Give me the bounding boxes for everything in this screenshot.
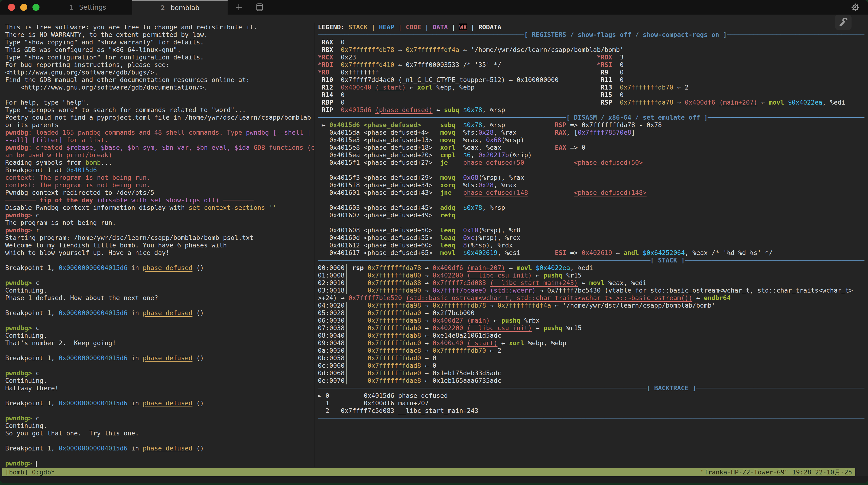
- new-tab-button[interactable]: [234, 2, 244, 13]
- gdb-output-line: pwndbg> c: [5, 212, 314, 219]
- gdb-output-line: Breakpoint 1, 0x00000000004015d6 in phas…: [5, 445, 314, 452]
- gdb-output-line: Continuing.: [5, 332, 314, 339]
- tab-label: bomblab: [171, 4, 199, 12]
- gdb-output-line: Type "apropos word" to search for comman…: [5, 106, 314, 114]
- gdb-output-line: Breakpoint 1, 0x00000000004015d6 in phas…: [5, 399, 314, 407]
- context-line: 0x401601 <phase_defused+43> jne phase_de…: [318, 189, 867, 196]
- gdb-output-line: Halfway there!: [5, 384, 314, 392]
- context-line: 0e:0070│ 0x7fffffffdae8 ← 0x1eb165aaa673…: [318, 377, 867, 384]
- tab-bomblab[interactable]: 2 bomblab: [132, 0, 227, 14]
- context-line: [318, 219, 867, 227]
- context-line: 0x4015f8 <phase_defused+34> xorq %fs:0x2…: [318, 182, 867, 189]
- context-line: R10 0x7ffff7dd4ac0 (_nl_C_LC_CTYPE_toupp…: [318, 76, 867, 84]
- context-line: 2 0x7ffff7c5d083 __libc_start_main+243: [318, 407, 867, 415]
- context-line: ────────────────────────────────────────…: [318, 257, 867, 264]
- context-line: 0d:0068│ 0x7fffffffdae0 ← 0x1eb175deb33d…: [318, 369, 867, 377]
- gdb-output-line: pwndbg> c: [5, 279, 314, 287]
- gdb-output-line: pwndbg> c: [5, 415, 314, 422]
- context-line: 0x401617 <phase_defused+65> movl $0x4026…: [318, 249, 867, 257]
- window-bottom-edge: [0, 476, 868, 483]
- gdb-output-line: [5, 437, 314, 445]
- gdb-output-line: That's number 2. Keep going!: [5, 339, 314, 347]
- gdb-output-line: pwndbg: created $rebase, $base, $bn_sym,…: [5, 144, 314, 151]
- gdb-output-pane[interactable]: This is free software: you are free to c…: [5, 24, 314, 467]
- pane-divider: [314, 23, 314, 467]
- context-line: 05:0028│ 0x7fffffffdaa0 ← 0x2f7bcb000: [318, 309, 867, 317]
- gdb-output-line: Find the GDB manual and other documentat…: [5, 76, 314, 84]
- context-line: RIP 0x4015d6 (phase_defused) ← subq $0x7…: [318, 106, 867, 114]
- context-line: 0x4015f1 <phase_defused+27> je phase_def…: [318, 159, 867, 166]
- gdb-output-line: [5, 452, 314, 460]
- gdb-output-line: or its parents: [5, 121, 314, 129]
- context-line: 0a:0050│ 0x7fffffffdac8 → 0x7fffffffdb70…: [318, 347, 867, 354]
- gdb-output-line: Reading symbols from bomb...: [5, 159, 314, 166]
- gdb-output-line: Poetry could not find a pyproject.toml f…: [5, 114, 314, 121]
- gdb-output-line: <http://www.gnu.org/software/gdb/documen…: [5, 84, 314, 91]
- context-line: 0x40160d <phase_defused+55> leaq 0xc(%rs…: [318, 234, 867, 241]
- context-line: *RCX 0x23 *RDX 3: [318, 54, 867, 61]
- context-line: ────────────────────────────────────────…: [318, 415, 867, 422]
- context-line: 0x401608 <phase_defused+50> leaq 0x10(%r…: [318, 227, 867, 234]
- tab-label: Settings: [79, 3, 106, 11]
- context-line: 09:0048│ 0x7fffffffdac0 → 0x400c40 (_sta…: [318, 339, 867, 347]
- context-line: 0x4015f3 <phase_defused+29> movq 0x68(%r…: [318, 174, 867, 182]
- close-button[interactable]: [8, 4, 15, 11]
- gdb-output-line: which to blow yourself up. Have a nice d…: [5, 249, 314, 257]
- tmux-statusbar: [bomb] 0:gdb* "franka-HP-Z2-Tower-G9" 19…: [2, 468, 855, 476]
- context-line: *R8 0xffffffff R9 0: [318, 69, 867, 76]
- gear-icon: [850, 3, 860, 13]
- statusbar-host-time: "franka-HP-Z2-Tower-G9" 19:28 22-10月-25: [701, 468, 852, 476]
- tab-settings[interactable]: 1 Settings: [43, 0, 132, 14]
- terminal-window: 1 Settings 2 bomblab: [0, 0, 868, 483]
- context-line: R14 0 R15 0: [318, 91, 867, 99]
- maximize-button[interactable]: [32, 4, 39, 11]
- gdb-output-line: Continuing.: [5, 422, 314, 429]
- gdb-output-line: Breakpoint 1 at 0x4015d6: [5, 166, 314, 174]
- gdb-output-line: [5, 362, 314, 369]
- gdb-output-line: Type "show configuration" for configurat…: [5, 54, 314, 61]
- minimize-button[interactable]: [20, 4, 27, 11]
- context-line: 0x401612 <phase_defused+60> leaq 8(%rsp)…: [318, 241, 867, 249]
- gdb-output-line: an be used with print/break): [5, 151, 314, 159]
- gdb-output-line: Breakpoint 1, 0x00000000004015d6 in phas…: [5, 354, 314, 362]
- gdb-output-line: [5, 407, 314, 415]
- context-line: 04:0020│ 0x7fffffffda98 → 0x7fffffffdb78…: [318, 302, 867, 309]
- gdb-output-line: Phase 1 defused. How about the next one?: [5, 294, 314, 302]
- context-line: *RDI 0x7fffffffd410 ← 0x7fff00003533 /* …: [318, 61, 867, 69]
- gdb-output-line: [5, 257, 314, 264]
- profiles-wrench-button[interactable]: [835, 14, 851, 30]
- context-line: 03:0018│ 0x7fffffffda90 → 0x7ffff7bcaee0…: [318, 287, 867, 294]
- gdb-output-line: --all] [filter] for a list.: [5, 136, 314, 144]
- context-line: RBP 0 RSP 0x7fffffffda78 → 0x400df6 (mai…: [318, 99, 867, 106]
- gdb-output-line: This GDB was configured as "x86_64-linux…: [5, 46, 314, 54]
- gdb-output-line: For help, type "help".: [5, 99, 314, 106]
- gdb-output-line: pwndbg> r: [5, 227, 314, 234]
- pwndbg-context-pane[interactable]: LEGEND: STACK | HEAP | CODE | DATA | WX …: [318, 24, 867, 444]
- split-tabs-button[interactable]: [254, 2, 265, 13]
- gdb-output-line: For bug reporting instructions, please s…: [5, 61, 314, 69]
- gdb-output-line: The program is not being run.: [5, 219, 314, 227]
- context-line: R12 0x400c40 (_start) ← xorl %ebp, %ebp …: [318, 84, 867, 91]
- gdb-output-line: pwndbg> c: [5, 324, 314, 332]
- gdb-output-line: [5, 317, 314, 324]
- tab-number: 1: [69, 4, 73, 11]
- gdb-output-line: context: The program is not being run.: [5, 174, 314, 182]
- gdb-output-line: Welcome to my fiendish little bomb. You …: [5, 241, 314, 249]
- tab-bar: 1 Settings 2 bomblab: [0, 0, 868, 14]
- gdb-output-line: context: The program is not being run.: [5, 182, 314, 189]
- settings-gear-button[interactable]: [850, 2, 861, 13]
- gdb-output-line: [5, 392, 314, 399]
- split-windows-icon: [255, 3, 264, 13]
- gdb-output-line: This is free software: you are free to c…: [5, 24, 314, 31]
- gdb-output-line: Pwndbg context redirected to /dev/pts/5: [5, 189, 314, 196]
- context-line: LEGEND: STACK | HEAP | CODE | DATA | WX …: [318, 24, 867, 31]
- context-line: 00:0000│ rsp 0x7fffffffda78 → 0x400df6 (…: [318, 264, 867, 272]
- context-line: >+24) → 0x7ffff7b1e520 (std::basic_ostre…: [318, 294, 867, 302]
- tab-number: 2: [161, 4, 165, 11]
- context-line: 01:0008│ 0x7fffffffda80 → 0x402200 (__li…: [318, 272, 867, 279]
- context-line: 0c:0060│ 0x7fffffffdad8 ← 0: [318, 362, 867, 369]
- context-line: 07:0038│ 0x7fffffffdab0 → 0x402200 (__li…: [318, 324, 867, 332]
- context-line: 0b:0058│ 0x7fffffffdad0 ← 0: [318, 354, 867, 362]
- context-line: RBX 0x7fffffffdb78 → 0x7fffffffdf4a ← '/…: [318, 46, 867, 54]
- wrench-icon: [838, 17, 848, 28]
